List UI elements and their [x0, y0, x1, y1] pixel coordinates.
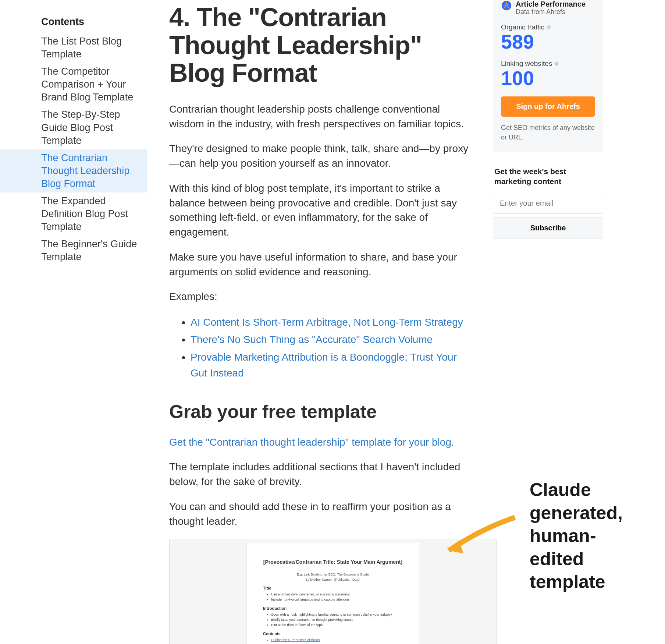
annotation-overlay: Claude generated, human-edited template [438, 478, 647, 594]
organic-traffic-label: Organic traffic i [501, 23, 595, 31]
doc-eg-line: E.g. Link Building for SEO: The Beginner… [263, 573, 403, 576]
doc-bullet: Include non-typical language and to capt… [271, 598, 403, 602]
signup-ahrefs-button[interactable]: Sign up for Ahrefs [501, 96, 595, 117]
ahrefs-logo-icon [501, 0, 512, 13]
doc-title: [Provocative/Contrarian Title: State You… [263, 559, 403, 566]
toc-item-list-post[interactable]: The List Post Blog Template [0, 33, 147, 63]
body-paragraph: They're designed to make people think, t… [169, 141, 471, 171]
annotation-text: Claude generated, human-edited template [530, 478, 647, 594]
template-doc-page: [Provocative/Contrarian Title: State You… [246, 542, 419, 644]
info-icon[interactable]: i [547, 25, 551, 29]
doc-sec-contents: Contents [263, 631, 403, 636]
body-paragraph: Make sure you have useful information to… [169, 250, 471, 279]
doc-bullet: Use a provocative, contrarian, or surpri… [271, 592, 403, 597]
toc-item-competitor[interactable]: The Competitor Comparison + Your Brand B… [0, 63, 147, 106]
subscribe-button[interactable]: Subscribe [493, 217, 603, 238]
examples-list: AI Content Is Short-Term Arbitrage, Not … [169, 314, 471, 381]
newsletter-heading: Get the week's best marketing content [494, 166, 603, 187]
doc-contents-link: Outline the current state of things [271, 638, 403, 643]
body-paragraph: With this kind of blog post template, it… [169, 181, 471, 240]
body-paragraph: You can and should add these in to reaff… [169, 499, 471, 529]
perf-card-footnote: Get SEO metrics of any website or URL. [501, 123, 595, 142]
newsletter-email-input[interactable] [493, 193, 603, 214]
template-download-link[interactable]: Get the "Contrarian thought leadership" … [169, 436, 454, 448]
linking-websites-value: 100 [501, 68, 595, 89]
contents-sidebar: Contents The List Post Blog Template The… [0, 0, 147, 266]
example-link[interactable]: AI Content Is Short-Term Arbitrage, Not … [191, 314, 471, 330]
doc-intro-bullets: Open with a hook highlighting a familiar… [263, 613, 403, 627]
contents-heading: Contents [0, 16, 147, 33]
section-heading: 4. The "Contrarian Thought Leadership" B… [169, 4, 471, 87]
subsection-heading: Grab your free template [169, 401, 471, 422]
linking-websites-label: Linking websites i [501, 60, 595, 68]
toc-item-contrarian[interactable]: The Contrarian Thought Leadership Blog F… [0, 149, 147, 192]
article-main: 4. The "Contrarian Thought Leadership" B… [147, 0, 478, 644]
doc-contents-bullets: Outline the current state of things Teas… [263, 638, 403, 644]
toc-item-step-by-step[interactable]: The Step-By-Step Guide Blog Post Templat… [0, 106, 147, 149]
doc-sec-intro: Introduction [263, 606, 403, 611]
toc-item-beginners-guide[interactable]: The Beginner's Guide Template [0, 236, 147, 266]
doc-sec-title: Title [263, 586, 403, 590]
linking-websites-label-text: Linking websites [501, 60, 552, 68]
right-rail: Article Performance Data from Ahrefs Org… [493, 0, 603, 238]
doc-bullet: Open with a hook highlighting a familiar… [271, 613, 403, 617]
article-performance-card: Article Performance Data from Ahrefs Org… [493, 0, 603, 152]
perf-card-title: Article Performance [516, 0, 586, 8]
examples-label: Examples: [169, 289, 471, 304]
doc-byline: By [Author Name] · [Publication Date] [263, 578, 403, 581]
doc-title-bullets: Use a provocative, contrarian, or surpri… [263, 592, 403, 602]
body-paragraph: The template includes additional section… [169, 460, 471, 489]
info-icon[interactable]: i [554, 61, 559, 66]
body-paragraph: Contrarian thought leadership posts chal… [169, 102, 471, 131]
example-link[interactable]: There's No Such Thing as "Accurate" Sear… [191, 332, 471, 347]
organic-traffic-label-text: Organic traffic [501, 23, 544, 31]
toc-item-expanded-def[interactable]: The Expanded Definition Blog Post Templa… [0, 192, 147, 236]
perf-card-sub: Data from Ahrefs [516, 8, 586, 16]
doc-bullet: Briefly state your contrarian or thought… [271, 618, 403, 622]
doc-bullet: Hint at the risks or flaws of the topic [271, 623, 403, 627]
example-link[interactable]: Provable Marketing Attribution is a Boon… [191, 349, 471, 381]
organic-traffic-value: 589 [501, 31, 595, 52]
arrow-icon [438, 514, 519, 558]
